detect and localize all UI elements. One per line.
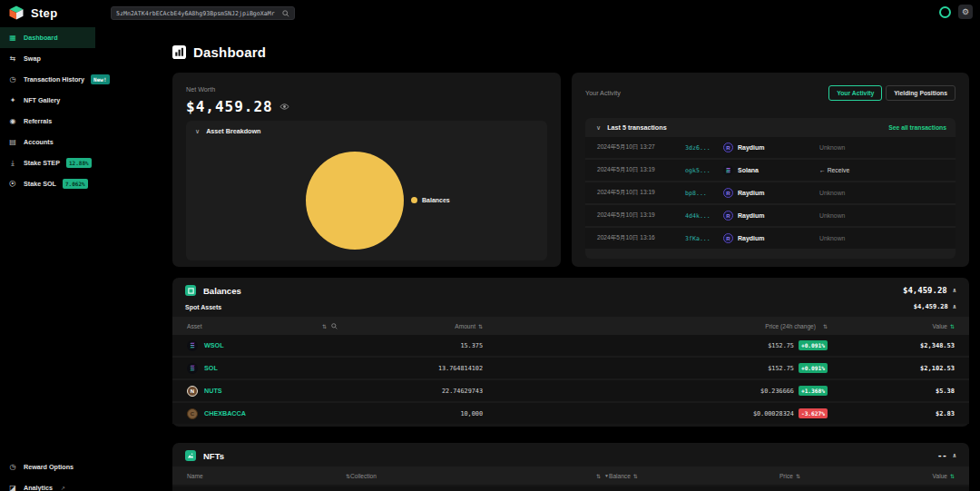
sidebar-item-reward-options[interactable]: ◷ Reward Options: [0, 457, 163, 477]
raydium-icon: R: [723, 188, 733, 198]
nft-row: [172, 486, 969, 491]
sort-icon[interactable]: ⇅: [633, 473, 638, 479]
sidebar-item-accounts[interactable]: ▤ Accounts: [0, 132, 95, 152]
col-name[interactable]: Name: [187, 473, 203, 479]
sidebar-item-referrals[interactable]: ◉ Referrals: [0, 111, 95, 132]
wsol-token-icon: [187, 340, 198, 351]
sidebar-item-analytics[interactable]: ◪ Analytics ↗: [0, 477, 163, 491]
col-value[interactable]: Value: [933, 473, 947, 479]
raydium-icon: R: [723, 211, 733, 221]
transactions-panel-header[interactable]: ∨ Last 5 transactions: [596, 123, 667, 132]
dashboard-title-icon: [172, 45, 186, 59]
chevron-down-icon: ∨: [195, 128, 200, 135]
asset-breakdown-header[interactable]: ∨ Asset Breakdown: [186, 121, 547, 142]
see-all-transactions-link[interactable]: See all transactions: [888, 124, 946, 131]
col-asset[interactable]: Asset: [187, 323, 202, 329]
sidebar-item-swap[interactable]: ⇆ Swap: [0, 48, 95, 69]
raydium-icon: R: [723, 142, 733, 152]
external-link-icon: ↗: [61, 485, 65, 491]
tab-yielding-positions[interactable]: Yielding Positions: [886, 85, 956, 101]
sidebar-item-transaction-history[interactable]: ◷ Transaction History New!: [0, 69, 95, 90]
asset-breakdown-panel: ∨ Asset Breakdown Balances: [186, 121, 547, 260]
activity-label: Your Activity: [585, 89, 621, 97]
col-price[interactable]: Price (24h change): [765, 323, 816, 329]
referrals-icon: ◉: [8, 117, 17, 125]
nft-gallery-icon: ✦: [8, 96, 17, 104]
col-collection[interactable]: Collection: [350, 473, 377, 479]
raydium-icon: R: [723, 233, 733, 243]
change-badge: +0.091%: [799, 363, 828, 373]
spot-assets-total: $4,459.28: [914, 303, 948, 310]
net-worth-label: Net Worth: [186, 85, 547, 93]
transactions-panel: ∨ Last 5 transactions See all transactio…: [585, 118, 956, 259]
stake-step-apy-badge: 12.88%: [66, 158, 92, 168]
sidebar-item-dashboard[interactable]: ▦ Dashboard: [0, 27, 95, 48]
transaction-row[interactable]: 2024年5月10日 13:27 3dz6... RRaydium Unknow…: [585, 137, 956, 158]
asset-breakdown-pie-chart[interactable]: [306, 152, 404, 250]
activity-tabs: Your Activity Yielding Positions: [828, 85, 956, 101]
new-badge: New!: [91, 74, 109, 84]
col-value[interactable]: Value: [933, 323, 947, 329]
transaction-row[interactable]: 2024年5月10日 13:19 ogk5... Solana ← Receiv…: [585, 160, 956, 181]
balance-row-wsol[interactable]: WSOL 15.375 $152.75+0.091% $2,348.53: [172, 335, 969, 356]
search-icon: [282, 10, 289, 17]
swap-icon: ⇆: [8, 54, 17, 63]
tx-hash-link[interactable]: 4d4k...: [685, 212, 723, 220]
nfts-section: NFTs --∧ Name⇅ Collection⇅▼ Balance⇅ Pri…: [172, 443, 969, 491]
wallet-search[interactable]: [111, 6, 295, 20]
wallet-search-input[interactable]: [116, 10, 282, 17]
nfts-icon: [185, 450, 196, 461]
refresh-countdown-ring[interactable]: [939, 6, 951, 18]
sol-token-icon: [187, 363, 198, 374]
tx-hash-link[interactable]: 3dz6...: [685, 144, 723, 152]
sort-icon[interactable]: ⇅: [596, 473, 601, 479]
sidebar: ▦ Dashboard ⇆ Swap ◷ Transaction History…: [0, 27, 95, 194]
sidebar-item-nft-gallery[interactable]: ✦ NFT Gallery: [0, 90, 95, 111]
stake-step-icon: ⤓: [8, 159, 17, 168]
analytics-icon: ◪: [8, 484, 17, 491]
balances-icon: [185, 285, 196, 296]
tab-your-activity[interactable]: Your Activity: [828, 85, 882, 101]
tx-hash-link[interactable]: ogk5...: [685, 167, 723, 174]
asset-search-icon[interactable]: [331, 323, 338, 329]
sidebar-footer: ◷ Reward Options ◪ Analytics ↗: [0, 457, 163, 491]
balance-row-chexbacca[interactable]: CCHEXBACCA 10,000 $0.00028324-3.627% $2.…: [172, 403, 969, 424]
sort-icon-active[interactable]: ⇅: [950, 324, 955, 329]
visibility-eye-icon[interactable]: [279, 103, 289, 111]
brand-name: Step: [31, 6, 57, 20]
pie-legend[interactable]: Balances: [411, 197, 450, 203]
history-icon: ◷: [8, 75, 17, 83]
sidebar-item-stake-step[interactable]: ⤓ Stake STEP 12.88%: [0, 152, 95, 173]
transaction-row[interactable]: 2024年5月10日 13:19 4d4k... RRaydium Unknow…: [585, 205, 956, 226]
sort-icon[interactable]: ⇅: [322, 323, 327, 329]
your-activity-card: Your Activity Your Activity Yielding Pos…: [572, 73, 969, 267]
tx-hash-link[interactable]: bp8...: [685, 190, 723, 197]
transaction-row[interactable]: 2024年5月10日 13:19 bp8... RRaydium Unknown: [585, 182, 956, 203]
stake-sol-icon: ⦿: [8, 180, 17, 188]
change-badge: +0.091%: [799, 340, 828, 350]
transaction-row[interactable]: 2024年5月10日 13:16 3fKa... RRaydium Unknow…: [585, 228, 956, 249]
col-price[interactable]: Price: [779, 473, 793, 479]
spot-assets-label: Spot Assets: [185, 304, 221, 310]
balance-row-sol[interactable]: SOL 13.764814102 $152.75+0.091% $2,102.5…: [172, 358, 969, 378]
balances-total: $4,459.28: [903, 286, 947, 295]
collapse-chevron-icon[interactable]: ∧: [953, 452, 956, 459]
tx-hash-link[interactable]: 3fKa...: [685, 235, 723, 242]
sidebar-item-stake-sol[interactable]: ⦿ Stake SOL 7.062%: [0, 173, 95, 194]
settings-gear-icon[interactable]: ⚙: [958, 5, 973, 19]
page-title: Dashboard: [172, 44, 266, 60]
nuts-token-icon: N: [187, 386, 198, 397]
sort-icon-active[interactable]: ⇅: [950, 473, 955, 479]
collapse-chevron-icon[interactable]: ∧: [953, 287, 956, 294]
chevron-down-icon: ∨: [596, 124, 601, 132]
brand: Step: [0, 5, 57, 21]
net-worth-value: $4,459.28: [186, 98, 273, 115]
balance-row-nuts[interactable]: NNUTS 22.74629743 $0.236666+1.368% $5.38: [172, 380, 969, 401]
col-amount[interactable]: Amount: [455, 323, 475, 329]
dashboard-icon: ▦: [8, 34, 17, 42]
chexbacca-token-icon: C: [187, 408, 198, 419]
nfts-total: --: [937, 451, 947, 460]
collapse-chevron-icon[interactable]: ∧: [953, 303, 956, 310]
col-balance[interactable]: Balance: [609, 473, 631, 479]
reward-options-icon: ◷: [8, 463, 17, 471]
